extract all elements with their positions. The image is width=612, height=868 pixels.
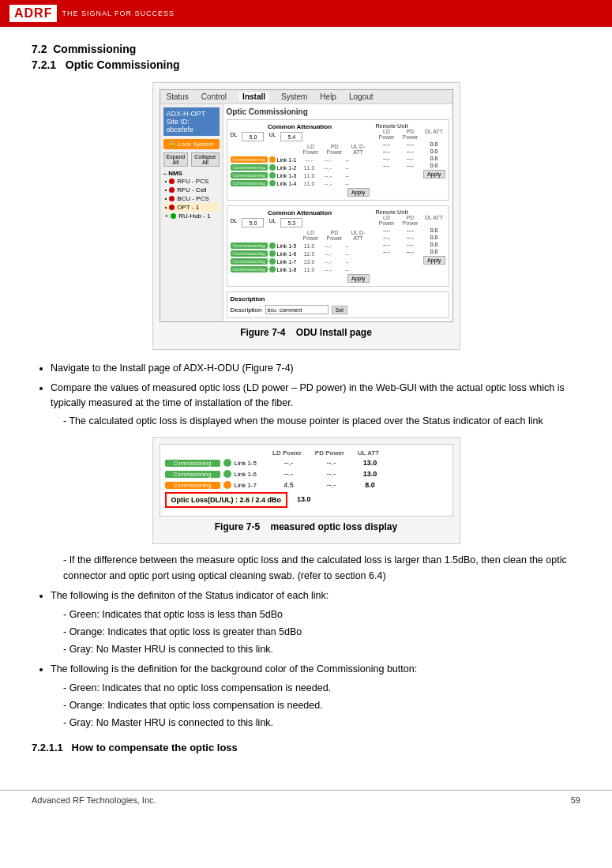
ul-label-1: UL — [268, 132, 276, 141]
dl-input-1[interactable] — [242, 132, 264, 141]
figure-5-container: LD Power PD Power UL ATT Commissioning L… — [152, 437, 460, 544]
ld-1-4: 11.0 — [301, 181, 318, 186]
link-row-1-7: Commissioning Link 1-7 13.0 --.- -- — [231, 258, 370, 265]
nav-system[interactable]: System — [281, 92, 307, 101]
lock-button[interactable]: 🔒 Lock System — [163, 139, 220, 149]
bullet-1: Navigate to the Install page of ADX-H-OD… — [51, 361, 580, 376]
ul-label-2: UL — [268, 218, 276, 227]
f5-pd-1-7: --.- — [312, 481, 351, 489]
comm-btn-1-6[interactable]: Commissioning — [231, 250, 268, 257]
apply-button-2[interactable]: Apply — [347, 274, 370, 283]
nav-install[interactable]: Install — [239, 92, 268, 101]
nav-control[interactable]: Control — [201, 92, 227, 101]
r-pd-1-1: --.- — [400, 141, 422, 147]
col-spacer-3 — [276, 144, 298, 155]
col-pd-power-2: PD Power — [324, 230, 346, 241]
link-row-1-1: Commissioning Link 1-1 --.- --.- -- — [231, 156, 370, 163]
f5-comm-btn-1-5[interactable]: Commissioning — [165, 460, 220, 467]
tree-item-rfu-cell[interactable]: •RFU - Cell — [163, 186, 220, 194]
sub-list-diff: If the difference between the measure op… — [51, 552, 580, 584]
f5-tooltip-row: Optic Loss(DL/UL) : 2.6 / 2.4 dBo 13.0 — [165, 490, 448, 508]
comm-btn-1-4[interactable]: Commissioning — [231, 180, 268, 186]
ld-1-8: 11.0 — [301, 267, 318, 272]
figure-4-container: Status Control Install System Help Logou… — [152, 82, 460, 350]
ld-1-5: 11.0 — [301, 243, 318, 249]
dot-1-2 — [269, 164, 276, 171]
comm-btn-1-8[interactable]: Commissioning — [231, 266, 268, 272]
col-ul-att-2: UL D-ATT — [347, 230, 370, 241]
common-att-label-1: Common Attenuation — [231, 123, 370, 130]
r-pd-1-3: --.- — [400, 156, 422, 161]
remote-apply-button-2[interactable]: Apply — [423, 256, 445, 265]
link-row-1-4: Commissioning Link 1-4 11.0 --.- -- — [231, 180, 370, 186]
r-dl-2-7: 0.0 — [423, 242, 445, 247]
description-input[interactable] — [265, 305, 329, 314]
dot-1-8 — [269, 266, 276, 272]
comm-btn-1-5[interactable]: Commissioning — [231, 242, 268, 249]
expand-all-button[interactable]: Expand All — [163, 152, 189, 167]
tree-item-rfu-pcs[interactable]: •RFU - PCS — [163, 177, 220, 186]
figure-5-number: Figure 7-5 — [215, 521, 260, 532]
nav-help[interactable]: Help — [320, 92, 336, 101]
logo: ADRF THE SIGNAL FOR SUCCESS — [9, 5, 175, 22]
remote-row-1-4: --.- --.- 0.0 — [376, 163, 445, 168]
remote-row-1-3: --.- --.- 0.0 — [376, 156, 445, 161]
bullet-2-text: Compare the values of measured optic los… — [51, 382, 565, 408]
att-inputs-2: DL UL — [231, 218, 370, 227]
dl-input-2[interactable] — [242, 218, 264, 227]
continuation-bullet-list: If the difference between the measure op… — [32, 552, 580, 731]
remote-apply-button-1[interactable]: Apply — [423, 170, 445, 178]
collapse-all-button[interactable]: Collapse All — [191, 152, 219, 167]
f5-ld-1-7: 4.5 — [269, 481, 309, 489]
f5-ld-1-5: --.- — [269, 459, 309, 467]
nav-logout[interactable]: Logout — [349, 92, 374, 101]
f5-comm-btn-1-6[interactable]: Commissioning — [165, 471, 220, 478]
dot-1-6 — [269, 250, 276, 257]
figure-4-caption: Figure 7-4 ODU Install page — [160, 327, 453, 338]
figure-4-title: ODU Install page — [296, 327, 372, 338]
right-panel-2: Remote Unit LD Power PD Power DL ATT --.… — [376, 209, 445, 283]
comm-item-orange: Orange: Indicates that optic loss compen… — [63, 697, 580, 713]
col-spacer-2-2 — [267, 230, 275, 241]
tree-item-ru-hub[interactable]: +RU-Hub - 1 — [163, 212, 220, 220]
col-spacer-1 — [231, 144, 265, 155]
app-sidebar: ADX-H-OPT Site ID: abcefefe 🔒 Lock Syste… — [160, 104, 223, 321]
dot-rfu-pcs — [169, 178, 175, 184]
col-spacer-2 — [267, 144, 275, 155]
comm-btn-1-1[interactable]: Commissioning — [231, 156, 268, 163]
f5-comm-btn-1-7[interactable]: Commissioning — [165, 482, 220, 489]
comm-btn-1-3[interactable]: Commissioning — [231, 172, 268, 178]
r-pd-2-5: --.- — [400, 227, 422, 233]
sub-item-2-1: The calculated optic loss is displayed w… — [63, 413, 580, 429]
ul-input-1[interactable] — [280, 132, 302, 141]
apply-button-1[interactable]: Apply — [347, 188, 370, 197]
col-headers-1: LD Power PD Power UL D-ATT — [231, 144, 370, 155]
pd-1-8: --.- — [320, 267, 337, 272]
footer-company: Advanced RF Technologies, Inc. — [32, 795, 156, 805]
tree-item-opt-1[interactable]: •OPT - 1 — [163, 203, 220, 212]
r-ld-1-4: --.- — [376, 163, 398, 168]
r-dl-1-1: 0.0 — [423, 141, 445, 147]
status-item-gray: Gray: No Master HRU is connected to this… — [63, 641, 580, 657]
set-button[interactable]: Set — [332, 306, 348, 314]
r-ld-2-7: --.- — [376, 242, 398, 247]
nav-status[interactable]: Status — [167, 92, 189, 101]
sub-item-diff: If the difference between the measure op… — [63, 552, 580, 584]
tree-item-bcu-pcs[interactable]: •BCU - PCS — [163, 194, 220, 203]
r-col-dl-att-2: DL ATT — [423, 215, 445, 226]
r-dl-1-4: 0.0 — [423, 163, 445, 168]
left-panel-2: Common Attenuation DL UL — [231, 209, 370, 283]
f5-ul-1-7: 8.0 — [355, 481, 386, 489]
dot-ru-hub — [171, 213, 176, 219]
r-ld-1-3: --.- — [376, 156, 398, 161]
ul-input-2[interactable] — [280, 218, 302, 227]
logo-tagline: THE SIGNAL FOR SUCCESS — [62, 9, 175, 17]
dot-bcu-pcs — [169, 196, 175, 201]
ul-1-4: -- — [339, 181, 356, 186]
comm-btn-1-7[interactable]: Commissioning — [231, 258, 268, 265]
logo-text: ADRF — [9, 5, 57, 22]
pd-1-2: --.- — [320, 165, 337, 171]
site-info: ADX-H-OPT Site ID: abcefefe — [163, 107, 220, 136]
figure-5-caption: Figure 7-5 measured optic loss display — [160, 521, 453, 532]
comm-btn-1-2[interactable]: Commissioning — [231, 164, 268, 171]
